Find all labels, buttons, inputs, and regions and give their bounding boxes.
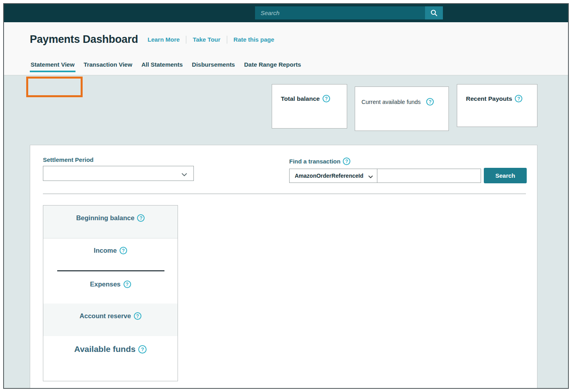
tab-date-range-reports[interactable]: Date Range Reports (243, 60, 301, 71)
page-header: Payments Dashboard Learn More Take Tour … (4, 22, 568, 75)
current-available-funds-card: Current available funds ? (355, 86, 449, 131)
transaction-search-button[interactable]: Search (484, 168, 527, 183)
row-label-text: Expenses (90, 281, 120, 288)
find-transaction-label: Find a transaction ? (289, 158, 527, 165)
help-icon[interactable]: ? (124, 281, 131, 288)
available-funds-label: Available funds ? (74, 344, 147, 354)
sum-line (57, 270, 164, 271)
browser-viewport: Payments Dashboard Learn More Take Tour … (3, 3, 569, 389)
row-label-text: Income (94, 247, 117, 254)
current-available-funds-label: Current available funds (361, 99, 421, 105)
find-transaction-label-text: Find a transaction (289, 158, 340, 165)
statement-summary-box: Beginning balance ? Income ? Expenses ? (43, 205, 178, 381)
tab-all-statements[interactable]: All Statements (141, 60, 184, 71)
row-label-text: Available funds (74, 344, 135, 354)
transaction-id-type-select[interactable]: AmazonOrderReferenceId (289, 169, 377, 183)
content-area: Total balance ? Current available funds … (4, 75, 568, 388)
card-label-row: Total balance ? (272, 85, 347, 102)
settlement-period-label: Settlement Period (43, 156, 194, 163)
header-links: Learn More Take Tour Rate this page (148, 36, 274, 44)
find-transaction-controls: AmazonOrderReferenceId Search (289, 168, 527, 183)
take-tour-link[interactable]: Take Tour (193, 36, 220, 43)
global-search (255, 6, 443, 19)
statement-panel: Settlement Period Find a transaction ? (30, 145, 537, 389)
settlement-period-group: Settlement Period (43, 156, 194, 181)
beginning-balance-row: Beginning balance ? (43, 206, 178, 238)
help-icon[interactable]: ? (323, 95, 330, 102)
card-label-row: Current available funds ? (355, 87, 448, 106)
help-icon[interactable]: ? (343, 158, 350, 165)
help-icon[interactable]: ? (426, 98, 434, 106)
page-title: Payments Dashboard (30, 33, 138, 46)
help-icon[interactable]: ? (137, 214, 145, 222)
expenses-label: Expenses ? (90, 281, 131, 288)
global-search-input[interactable] (255, 6, 425, 19)
chevron-down-icon (368, 173, 373, 180)
transaction-id-type-value: AmazonOrderReferenceId (295, 173, 363, 179)
help-icon[interactable]: ? (515, 95, 522, 102)
title-row: Payments Dashboard Learn More Take Tour … (30, 33, 274, 46)
recent-payouts-label: Recent Payouts (466, 95, 512, 102)
rate-this-page-link[interactable]: Rate this page (234, 36, 274, 43)
available-funds-row: Available funds ? (43, 336, 178, 381)
global-search-button[interactable] (425, 6, 443, 19)
card-label-row: Recent Payouts ? (457, 85, 537, 102)
help-icon[interactable]: ? (134, 312, 141, 320)
row-label-text: Account reserve (79, 312, 131, 320)
magnifier-icon (430, 9, 438, 17)
learn-more-link[interactable]: Learn More (148, 36, 180, 43)
transaction-search-input[interactable] (377, 169, 481, 183)
link-separator (227, 36, 227, 44)
settlement-period-select[interactable] (43, 166, 194, 181)
row-label-text: Beginning balance (76, 214, 135, 222)
total-balance-card: Total balance ? (272, 84, 347, 129)
help-icon[interactable]: ? (120, 247, 127, 254)
expenses-row: Expenses ? (43, 275, 178, 304)
tab-statement-view[interactable]: Statement View (30, 60, 75, 72)
tab-disbursements[interactable]: Disbursements (191, 60, 236, 71)
top-navigation-bar (4, 4, 568, 22)
chevron-down-icon (182, 171, 187, 178)
recent-payouts-card: Recent Payouts ? (457, 84, 537, 127)
help-icon[interactable]: ? (138, 345, 147, 354)
income-label: Income ? (94, 247, 127, 254)
tab-transaction-view[interactable]: Transaction View (83, 60, 133, 71)
account-reserve-label: Account reserve ? (79, 312, 141, 320)
panel-divider (43, 194, 526, 194)
link-separator (186, 36, 186, 44)
beginning-balance-label: Beginning balance ? (76, 214, 145, 222)
dashboard-tabs: Statement View Transaction View All Stat… (30, 60, 302, 72)
account-reserve-row: Account reserve ? (43, 304, 178, 336)
income-row: Income ? (43, 238, 178, 275)
find-transaction-group: Find a transaction ? AmazonOrderReferenc… (289, 158, 527, 183)
total-balance-label: Total balance (281, 95, 320, 102)
